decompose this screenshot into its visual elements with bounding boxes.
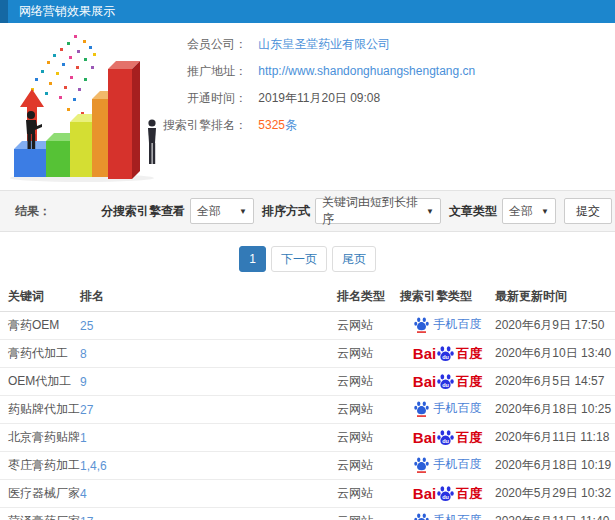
result-label: 结果： [15,203,51,220]
chevron-down-icon: ▼ [541,207,549,216]
keyword-cell: 北京膏药贴牌 [0,424,80,452]
rank-type-cell: 云网站 [337,368,400,396]
sort-label: 排序方式 [262,203,310,220]
baidu-logo-bai-text: Bai [413,485,436,502]
rank-link[interactable]: 25 [80,319,93,333]
mobile-baidu-logo: 手机百度 [414,316,482,333]
mobile-baidu-label: 手机百度 [434,316,482,333]
mobile-baidu-logo: 手机百度 [414,456,482,473]
article-type-selected-value: 全部 [509,203,533,220]
rank-link[interactable]: 1 [80,431,87,445]
promo-url-label: 推广地址： [142,58,247,85]
member-info-rows: 会员公司： 山东皇圣堂药业有限公司 推广地址： http://www.shand… [142,31,475,139]
col-header-engine-type: 搜索引擎类型 [400,282,495,312]
mobile-baidu-label: 手机百度 [434,456,482,473]
updated-cell: 2020年6月10日 13:40 [495,340,615,368]
updated-cell: 2020年5月29日 10:32 [495,480,615,508]
results-table: 关键词 排名 排名类型 搜索引擎类型 最新更新时间 膏药OEM 25 云网站 [0,282,615,520]
baidu-logo-suffix-text: 百度 [456,345,482,363]
rank-link[interactable]: 9 [80,375,87,389]
rank-cell: 1,4,6 [80,452,337,480]
rank-type-cell: 云网站 [337,424,400,452]
rank-type-cell: 云网站 [337,480,400,508]
rank-link[interactable]: 4 [80,487,87,501]
keyword-cell: 医疗器械厂家 [0,480,80,508]
open-time-label: 开通时间： [142,85,247,112]
baidu-logo-du-text: du [442,494,449,500]
rank-link[interactable]: 27 [80,403,93,417]
search-engine-cell: 手机百度 Bai du 百度 [400,340,495,368]
search-engine-cell: 手机百度 Bai du 百度 [400,368,495,396]
rank-cell: 4 [80,480,337,508]
rank-type-cell: 云网站 [337,312,400,340]
article-type-select[interactable]: 全部 ▼ [502,198,556,224]
updated-cell: 2020年6月11日 11:18 [495,424,615,452]
sort-select[interactable]: 关键词由短到长排序 ▼ [315,198,441,224]
engine-filter-select[interactable]: 全部 ▼ [190,198,254,224]
rank-type-cell: 云网站 [337,508,400,520]
rank-link[interactable]: 8 [80,347,87,361]
next-page-button[interactable]: 下一页 [271,246,327,272]
table-row: 北京膏药贴牌 1 云网站 手机百度 Bai [0,424,615,452]
mobile-baidu-label: 手机百度 [434,512,482,520]
baidu-paw-icon: du [437,429,454,446]
rank-cell: 25 [80,312,337,340]
member-info-section: 会员公司： 山东皇圣堂药业有限公司 推广地址： http://www.shand… [0,23,615,190]
rank-link[interactable]: 17 [80,515,93,520]
baidu-logo-du-text: du [442,438,449,444]
baidu-paw-icon: du [437,345,454,362]
search-engine-cell: 手机百度 Bai du 百度 [400,424,495,452]
keyword-cell: 菏泽膏药厂家 [0,508,80,520]
rank-link[interactable]: 1,4,6 [80,459,107,473]
search-engine-cell: 手机百度 Bai du 百度 [400,396,495,424]
open-time-value: 2019年11月20日 09:08 [258,91,380,105]
search-engine-cell: 手机百度 Bai du 百度 [400,312,495,340]
baidu-logo-suffix-text: 百度 [456,429,482,447]
keyword-cell: 枣庄膏药加工 [0,452,80,480]
confetti-dots [31,35,96,123]
baidu-paw-icon: du [437,485,454,502]
promo-url-link[interactable]: http://www.shandonghuangshengtang.cn [258,64,475,78]
table-row: 菏泽膏药厂家 17 云网站 手机百度 Bai [0,508,615,520]
rank-count-unit: 条 [285,118,297,132]
col-header-rank-type: 排名类型 [337,282,400,312]
member-company-link[interactable]: 山东皇圣堂药业有限公司 [258,37,390,51]
member-company-label: 会员公司： [142,31,247,58]
bar-red [108,61,140,179]
keyword-cell: OEM代加工 [0,368,80,396]
baidu-paw-icon [414,512,429,520]
submit-button[interactable]: 提交 [564,198,612,224]
rank-cell: 8 [80,340,337,368]
keyword-cell: 膏药代加工 [0,340,80,368]
baidu-logo: Bai du 百度 [413,429,482,447]
col-header-keyword: 关键词 [0,282,80,312]
table-row: 膏药代加工 8 云网站 手机百度 Bai [0,340,615,368]
page-button-current[interactable]: 1 [239,246,266,272]
chevron-down-icon: ▼ [239,207,247,216]
search-engine-cell: 手机百度 Bai du 百度 [400,508,495,520]
mobile-baidu-label: 手机百度 [434,400,482,417]
rank-type-cell: 云网站 [337,340,400,368]
baidu-paw-icon [414,456,429,473]
filter-bar: 结果： 分搜索引擎查看 全部 ▼ 排序方式 关键词由短到长排序 ▼ 文章类型 全… [0,190,615,232]
baidu-logo: Bai du 百度 [413,485,482,503]
open-time-row: 开通时间： 2019年11月20日 09:08 [142,85,475,112]
table-row: 膏药OEM 25 云网站 手机百度 Bai [0,312,615,340]
col-header-rank: 排名 [80,282,337,312]
search-engine-cell: 手机百度 Bai du 百度 [400,480,495,508]
rank-type-cell: 云网站 [337,396,400,424]
promo-url-row: 推广地址： http://www.shandonghuangshengtang.… [142,58,475,85]
sort-selected-value: 关键词由短到长排序 [322,194,420,228]
table-header-row: 关键词 排名 排名类型 搜索引擎类型 最新更新时间 [0,282,615,312]
page-title: 网络营销效果展示 [19,4,115,18]
baidu-logo-suffix-text: 百度 [456,373,482,391]
last-page-button[interactable]: 尾页 [332,246,376,272]
updated-cell: 2020年6月18日 10:19 [495,452,615,480]
mobile-baidu-logo: 手机百度 [414,512,482,520]
mobile-baidu-logo: 手机百度 [414,400,482,417]
rank-cell: 17 [80,508,337,520]
baidu-logo-suffix-text: 百度 [456,485,482,503]
baidu-paw-icon [414,400,429,417]
updated-cell: 2020年6月9日 17:50 [495,312,615,340]
search-engine-cell: 手机百度 Bai du 百度 [400,452,495,480]
